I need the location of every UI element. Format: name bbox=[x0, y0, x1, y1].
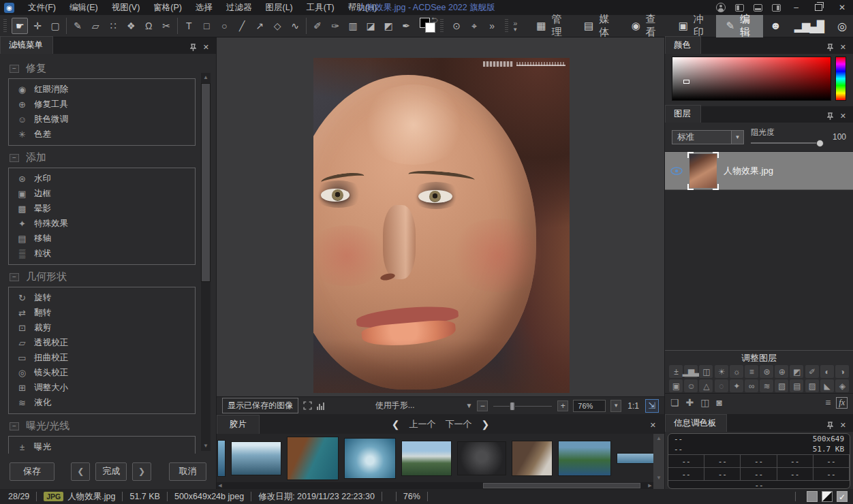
close-filmstrip-icon[interactable]: ✕ bbox=[650, 421, 664, 434]
toolbar-grip[interactable] bbox=[3, 19, 7, 33]
tool-icon[interactable]: » bbox=[484, 18, 500, 34]
section-header-geometry[interactable]: − 几何形状 bbox=[10, 270, 196, 283]
filter-item[interactable]: ± 曝光 bbox=[16, 439, 195, 454]
adjustment-layer-icon[interactable]: ◫ bbox=[699, 365, 713, 378]
filter-item[interactable]: ⇄ 翻转 bbox=[16, 305, 195, 320]
show-saved-image-button[interactable]: 显示已保存的图像 bbox=[222, 398, 298, 413]
photo-portrait[interactable] bbox=[313, 58, 570, 393]
toolbar-right-icon[interactable]: ☻ bbox=[763, 20, 788, 32]
zoom-dropdown-icon[interactable]: ▼ bbox=[610, 400, 621, 412]
tool-icon[interactable]: ◪ bbox=[362, 18, 379, 34]
toggle-right-panel-icon[interactable] bbox=[772, 4, 781, 12]
tool-icon[interactable]: ▱ bbox=[87, 18, 104, 34]
adjustment-layer-icon[interactable]: ▣ bbox=[669, 379, 683, 392]
tab-filter-menu[interactable]: 滤镜菜单 bbox=[0, 36, 53, 54]
previous-image-button[interactable]: ❮ bbox=[71, 462, 90, 481]
blend-mode-select[interactable]: 标准 ▼ bbox=[672, 130, 744, 144]
filter-item[interactable]: ▤ 移轴 bbox=[16, 231, 195, 246]
background-color-swatch[interactable] bbox=[425, 22, 435, 33]
mode-tab[interactable]: ▤ 媒体 bbox=[574, 15, 622, 37]
canvas-area[interactable] bbox=[217, 37, 664, 396]
hscroll-left-icon[interactable]: ◀ bbox=[217, 482, 223, 489]
blend-mode-dropdown-icon[interactable]: ▼ bbox=[732, 130, 744, 144]
adjustment-layer-icon[interactable]: ☺ bbox=[684, 379, 698, 392]
toggle-left-panel-icon[interactable] bbox=[735, 4, 744, 12]
filter-item[interactable]: ⊕ 修复工具 bbox=[16, 97, 195, 112]
actual-size-label[interactable]: 1:1 bbox=[627, 401, 639, 411]
adjustment-layer-icon[interactable]: ◈ bbox=[835, 379, 849, 392]
filter-item[interactable]: ▭ 扭曲校正 bbox=[16, 350, 195, 365]
opacity-slider-thumb[interactable] bbox=[816, 140, 824, 147]
restore-button[interactable] bbox=[815, 4, 822, 11]
next-image-button[interactable]: ❯ bbox=[132, 462, 151, 481]
close-panel-icon[interactable]: ✕ bbox=[840, 421, 846, 430]
next-image-link[interactable]: 下一个 bbox=[446, 418, 472, 430]
toolbar-right-icon[interactable]: ▂▆▄█ bbox=[788, 20, 831, 33]
scrollbar-thumb[interactable] bbox=[202, 84, 210, 281]
section-header-exposure[interactable]: − 曝光/光线 bbox=[10, 420, 196, 432]
adjustment-layer-icon[interactable]: △ bbox=[699, 379, 713, 392]
filmstrip-thumbnail[interactable] bbox=[458, 442, 506, 475]
menu-item[interactable]: 图层(L) bbox=[258, 1, 299, 15]
confirm-icon[interactable]: ✓ bbox=[837, 491, 848, 502]
zoom-out-button[interactable]: − bbox=[477, 400, 488, 411]
previous-image-link[interactable]: 上一个 bbox=[409, 418, 436, 430]
tool-icon[interactable]: ⌖ bbox=[466, 18, 482, 34]
adjustment-layer-icon[interactable]: ◣ bbox=[820, 379, 834, 392]
adjustment-layer-icon[interactable]: ± bbox=[669, 365, 683, 378]
filmstrip-thumbnail[interactable] bbox=[402, 441, 451, 475]
layer-menu-icon[interactable]: ≡ bbox=[825, 397, 831, 408]
menu-item[interactable]: 过滤器 bbox=[219, 1, 259, 15]
filter-item[interactable]: ▣ 边框 bbox=[16, 186, 195, 201]
pin-panel-icon[interactable] bbox=[827, 112, 833, 121]
tool-icon[interactable]: ✐ bbox=[309, 18, 326, 34]
filmstrip-thumbnail[interactable] bbox=[218, 441, 225, 476]
adjustment-layer-icon[interactable]: ◑ bbox=[835, 365, 849, 378]
adjustment-layer-icon[interactable]: ☀ bbox=[715, 365, 728, 378]
tool-icon[interactable]: ✒ bbox=[398, 18, 414, 34]
adjustment-layer-icon[interactable]: ◩ bbox=[790, 365, 803, 378]
zoom-menu-icon[interactable]: ▼ bbox=[465, 402, 472, 409]
tool-icon[interactable]: ◩ bbox=[380, 18, 397, 34]
tool-icon[interactable]: Ω bbox=[140, 18, 157, 34]
menu-item[interactable]: 编辑(E) bbox=[63, 1, 105, 15]
layer-action-icon[interactable]: ◫ bbox=[700, 397, 709, 408]
filter-item[interactable]: ◎ 镜头校正 bbox=[16, 365, 195, 380]
menu-item[interactable]: 文件(F) bbox=[21, 1, 63, 15]
adjustment-layer-icon[interactable]: ≡ bbox=[745, 365, 758, 378]
menu-item[interactable]: 工具(T) bbox=[300, 1, 341, 15]
filter-item[interactable]: ☺ 肤色微调 bbox=[16, 112, 195, 127]
swap-colors-icon[interactable]: ⮌ bbox=[431, 16, 438, 24]
menu-item[interactable]: 选择 bbox=[189, 1, 219, 15]
pin-panel-icon[interactable] bbox=[190, 44, 196, 52]
adjustment-layer-icon[interactable]: ▤ bbox=[790, 379, 803, 392]
layer-action-icon[interactable]: ✚ bbox=[686, 397, 694, 408]
zoom-slider[interactable] bbox=[493, 401, 553, 411]
tool-icon[interactable]: □ bbox=[198, 18, 215, 34]
opacity-slider[interactable] bbox=[751, 139, 822, 147]
toolbar-right-icon[interactable]: ◎ bbox=[831, 20, 853, 33]
hue-strip[interactable] bbox=[835, 57, 846, 101]
close-button[interactable]: ✕ bbox=[835, 3, 849, 12]
filter-item[interactable]: ⊡ 裁剪 bbox=[16, 320, 195, 335]
tool-icon[interactable]: ▥ bbox=[345, 18, 361, 34]
tool-icon[interactable]: ∷ bbox=[105, 18, 121, 34]
filmstrip-thumbnail[interactable] bbox=[617, 454, 653, 463]
adjustment-layer-icon[interactable]: ☼ bbox=[730, 365, 743, 378]
pin-panel-icon[interactable] bbox=[827, 422, 833, 430]
mode-tab[interactable]: ▣ 冲印 bbox=[669, 15, 717, 37]
filmstrip-hscrollbar[interactable]: ◀ ▶ bbox=[217, 482, 653, 489]
layer-effects-button[interactable]: fx bbox=[836, 397, 848, 409]
filter-item[interactable]: ▱ 透视校正 bbox=[16, 335, 195, 350]
scroll-down-icon[interactable]: ▼ bbox=[201, 441, 211, 451]
rail-down-icon[interactable]: ▼ bbox=[655, 475, 663, 481]
rail-up-icon[interactable]: ▲ bbox=[655, 435, 663, 441]
section-header-repair[interactable]: − 修复 bbox=[10, 62, 196, 75]
tool-icon[interactable]: ╱ bbox=[234, 18, 250, 34]
mode-tab[interactable]: ▦ 管理 bbox=[527, 15, 574, 37]
menu-item[interactable]: 视图(V) bbox=[105, 1, 147, 15]
filmstrip-thumbnail[interactable] bbox=[345, 439, 395, 478]
filter-item[interactable]: ↻ 旋转 bbox=[16, 290, 195, 305]
filter-item[interactable]: ≋ 液化 bbox=[16, 395, 195, 410]
tab-color[interactable]: 颜色 bbox=[665, 36, 701, 54]
